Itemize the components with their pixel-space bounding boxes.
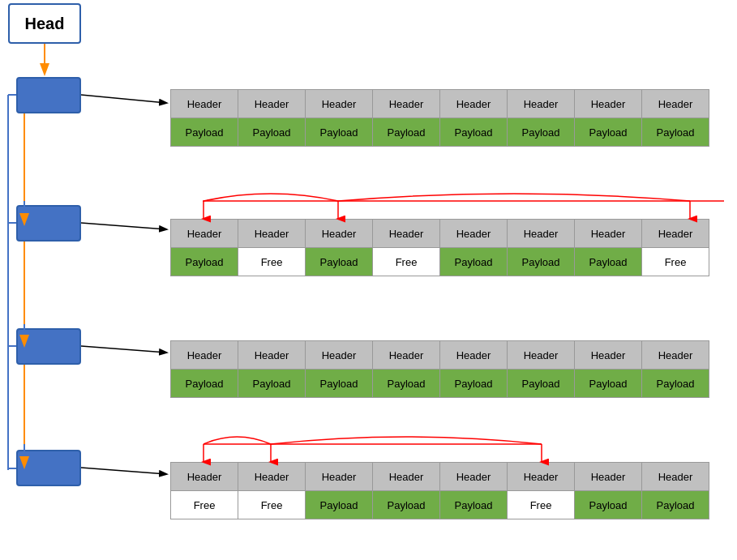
grid-1: Header Header Header Header Header Heade… — [170, 89, 709, 147]
svg-line-14 — [81, 468, 166, 474]
svg-line-11 — [81, 346, 166, 353]
cell: Header — [440, 220, 508, 248]
cell: Header — [238, 463, 306, 491]
cell: Header — [642, 90, 709, 118]
node-2 — [16, 205, 81, 242]
cell: Payload — [306, 370, 373, 398]
cell: Payload — [642, 491, 709, 519]
cell: Payload — [642, 370, 709, 398]
head-node: Head — [8, 3, 81, 44]
cell: Header — [508, 90, 575, 118]
cell: Payload — [440, 491, 508, 519]
grid-3: Header Header Header Header Header Heade… — [170, 340, 709, 398]
cell: Header — [440, 341, 508, 370]
cell: Header — [238, 90, 306, 118]
node-1 — [16, 77, 81, 113]
head-label: Head — [25, 15, 65, 33]
cell: Header — [642, 220, 709, 248]
cell: Header — [508, 220, 575, 248]
cell: Header — [508, 341, 575, 370]
cell: Payload — [238, 118, 306, 147]
cell: Payload — [508, 370, 575, 398]
cell: Payload — [238, 370, 306, 398]
cell: Free — [238, 248, 306, 276]
cell: Free — [238, 491, 306, 519]
cell: Payload — [306, 118, 373, 147]
cell: Header — [171, 220, 238, 248]
cell: Header — [440, 90, 508, 118]
cell: Payload — [373, 491, 440, 519]
cell: Header — [575, 463, 642, 491]
cell: Payload — [171, 118, 238, 147]
cell: Header — [306, 90, 373, 118]
cell: Payload — [171, 370, 238, 398]
svg-line-1 — [81, 95, 166, 103]
cell: Payload — [171, 248, 238, 276]
cell: Header — [171, 341, 238, 370]
node-3 — [16, 328, 81, 365]
cell: Header — [373, 341, 440, 370]
cell: Payload — [575, 248, 642, 276]
node-4 — [16, 450, 81, 486]
cell: Payload — [306, 491, 373, 519]
cell: Payload — [575, 118, 642, 147]
cell: Header — [642, 463, 709, 491]
cell: Header — [171, 90, 238, 118]
grid-4: Header Header Header Header Header Heade… — [170, 462, 709, 519]
cell: Free — [508, 491, 575, 519]
cell: Header — [306, 341, 373, 370]
cell: Payload — [440, 118, 508, 147]
diagram: Head Header Header Header Header Header … — [0, 0, 737, 560]
cell: Header — [373, 463, 440, 491]
cell: Payload — [306, 248, 373, 276]
cell: Header — [440, 463, 508, 491]
cell: Header — [373, 220, 440, 248]
cell: Header — [171, 463, 238, 491]
cell: Free — [642, 248, 709, 276]
grid-2: Header Header Header Header Header Heade… — [170, 219, 709, 276]
cell: Payload — [508, 248, 575, 276]
cell: Header — [373, 90, 440, 118]
cell: Payload — [440, 248, 508, 276]
svg-line-4 — [81, 223, 166, 229]
cell: Header — [575, 90, 642, 118]
cell: Header — [642, 341, 709, 370]
cell: Free — [171, 491, 238, 519]
cell: Header — [575, 341, 642, 370]
cell: Header — [575, 220, 642, 248]
cell: Payload — [440, 370, 508, 398]
cell: Payload — [373, 118, 440, 147]
cell: Header — [508, 463, 575, 491]
cell: Payload — [508, 118, 575, 147]
cell: Free — [373, 248, 440, 276]
cell: Header — [238, 220, 306, 248]
cell: Payload — [575, 491, 642, 519]
cell: Payload — [373, 370, 440, 398]
cell: Payload — [575, 370, 642, 398]
cell: Header — [306, 463, 373, 491]
cell: Header — [238, 341, 306, 370]
cell: Payload — [642, 118, 709, 147]
cell: Header — [306, 220, 373, 248]
